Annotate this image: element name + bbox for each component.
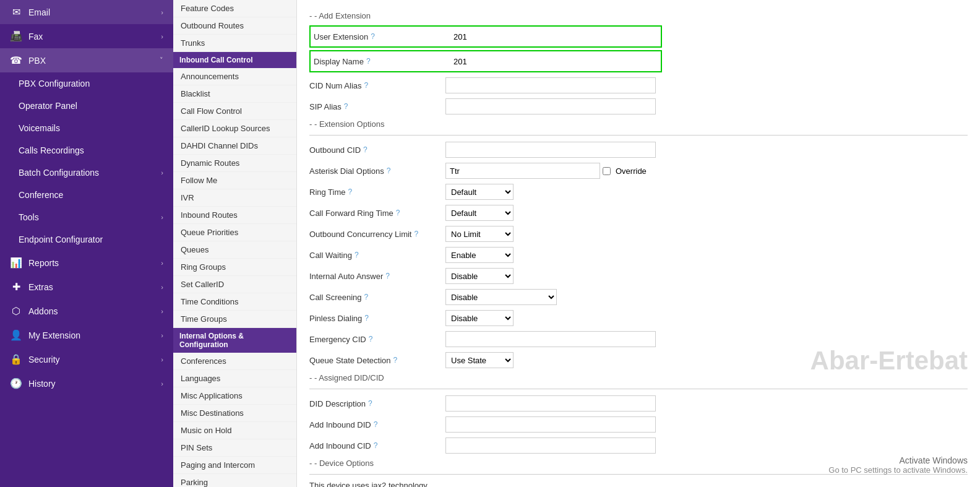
mid-nav-item-music-on-hold[interactable]: Music on Hold bbox=[173, 422, 296, 439]
call-forward-ring-time-select[interactable]: Default bbox=[445, 205, 514, 221]
emergency-cid-input[interactable] bbox=[445, 331, 656, 347]
mid-nav-item-time-groups[interactable]: Time Groups bbox=[173, 311, 296, 328]
sidebar-item-reports[interactable]: 📊 Reports › bbox=[0, 251, 173, 275]
internal-auto-answer-help-icon[interactable]: ? bbox=[385, 272, 390, 280]
call-waiting-help-icon[interactable]: ? bbox=[355, 251, 359, 259]
cid-num-alias-input[interactable] bbox=[445, 77, 656, 93]
add-inbound-cid-help-icon[interactable]: ? bbox=[374, 441, 378, 450]
emergency-cid-help-icon[interactable]: ? bbox=[369, 335, 373, 343]
assigned-did-header[interactable]: - Assigned DID/CID bbox=[309, 373, 968, 382]
sidebar-item-fax[interactable]: 📠 Fax › bbox=[0, 24, 173, 48]
sidebar-item-operator-panel[interactable]: Operator Panel bbox=[0, 95, 173, 117]
call-forward-ring-time-row: Call Forward Ring Time ? Default bbox=[309, 205, 968, 221]
mid-nav-item-set-callerid[interactable]: Set CallerID bbox=[173, 276, 296, 293]
asterisk-dial-help-icon[interactable]: ? bbox=[387, 166, 391, 175]
sidebar-item-addons[interactable]: ⬡ Addons › bbox=[0, 299, 173, 323]
outbound-cid-input[interactable] bbox=[445, 142, 656, 158]
main-content: - Add Extension User Extension ? Display… bbox=[297, 0, 980, 487]
display-name-help-icon[interactable]: ? bbox=[366, 57, 371, 66]
mid-nav-item-announcements[interactable]: Announcements bbox=[173, 68, 296, 85]
sidebar-item-my-extension[interactable]: 👤 My Extension › bbox=[0, 323, 173, 347]
sidebar-item-history[interactable]: 🕐 History › bbox=[0, 371, 173, 395]
ring-time-help-icon[interactable]: ? bbox=[348, 187, 353, 196]
asterisk-dial-options-input[interactable] bbox=[445, 163, 600, 179]
chevron-down-icon: ˅ bbox=[160, 56, 163, 64]
user-extension-help-icon[interactable]: ? bbox=[371, 32, 375, 41]
call-forward-ring-time-label: Call Forward Ring Time ? bbox=[309, 209, 445, 218]
call-screening-row: Call Screening ? Disable bbox=[309, 289, 968, 305]
mid-nav-item-outbound-routes[interactable]: Outbound Routes bbox=[173, 17, 296, 35]
add-inbound-cid-input[interactable] bbox=[445, 437, 656, 454]
mid-nav-item-pin-sets[interactable]: PIN Sets bbox=[173, 439, 296, 457]
sidebar-item-voicemails[interactable]: Voicemails bbox=[0, 117, 173, 139]
chevron-icon: › bbox=[161, 283, 163, 291]
did-description-input[interactable] bbox=[445, 395, 656, 412]
sip-alias-help-icon[interactable]: ? bbox=[344, 102, 348, 111]
sidebar-item-calls-recordings[interactable]: Calls Recordings bbox=[0, 139, 173, 162]
mid-nav-item-ivr[interactable]: IVR bbox=[173, 189, 296, 207]
add-inbound-did-row: Add Inbound DID ? bbox=[309, 416, 968, 433]
fax-icon: 📠 bbox=[10, 30, 22, 42]
call-screening-select[interactable]: Disable bbox=[445, 289, 557, 305]
call-waiting-select[interactable]: Enable bbox=[445, 247, 514, 263]
sidebar-item-security[interactable]: 🔒 Security › bbox=[0, 347, 173, 371]
add-extension-header[interactable]: - Add Extension bbox=[309, 11, 968, 20]
mid-nav-item-ring-groups[interactable]: Ring Groups bbox=[173, 259, 296, 276]
outbound-concurrency-help-icon[interactable]: ? bbox=[414, 230, 418, 238]
activate-windows-title: Activate Windows bbox=[828, 455, 968, 465]
call-forward-ring-time-help-icon[interactable]: ? bbox=[396, 209, 400, 217]
pinless-dialing-help-icon[interactable]: ? bbox=[364, 314, 369, 322]
sip-alias-label: SIP Alias ? bbox=[309, 102, 445, 111]
did-description-help-icon[interactable]: ? bbox=[368, 399, 372, 408]
call-screening-help-icon[interactable]: ? bbox=[364, 293, 369, 301]
sidebar: ✉ Email › 📠 Fax › ☎ PBX ˅ PBX Configurat… bbox=[0, 0, 173, 487]
user-extension-input[interactable] bbox=[450, 28, 623, 45]
mid-nav-item-dahdi[interactable]: DAHDI Channel DIDs bbox=[173, 137, 296, 155]
cid-num-alias-help-icon[interactable]: ? bbox=[364, 81, 369, 90]
internal-auto-answer-select[interactable]: Disable bbox=[445, 268, 514, 284]
outbound-concurrency-select[interactable]: No Limit bbox=[445, 226, 514, 242]
mid-nav-item-misc-destinations[interactable]: Misc Destinations bbox=[173, 405, 296, 422]
add-inbound-did-input[interactable] bbox=[445, 416, 656, 433]
emergency-cid-label: Emergency CID ? bbox=[309, 335, 445, 344]
mid-nav-item-callerid-lookup[interactable]: CallerID Lookup Sources bbox=[173, 120, 296, 137]
outbound-cid-label: Outbound CID ? bbox=[309, 145, 445, 155]
mid-nav-item-dynamic-routes[interactable]: Dynamic Routes bbox=[173, 155, 296, 172]
sidebar-item-pbx[interactable]: ☎ PBX ˅ bbox=[0, 48, 173, 72]
sidebar-item-batch-configurations[interactable]: Batch Configurations › bbox=[0, 162, 173, 184]
mid-nav-item-queue-priorities[interactable]: Queue Priorities bbox=[173, 224, 296, 241]
mid-nav-item-inbound-routes[interactable]: Inbound Routes bbox=[173, 207, 296, 224]
email-icon: ✉ bbox=[10, 6, 22, 18]
sidebar-item-tools[interactable]: Tools › bbox=[0, 206, 173, 228]
call-screening-label: Call Screening ? bbox=[309, 293, 445, 302]
mid-nav-item-trunks[interactable]: Trunks bbox=[173, 35, 296, 52]
mid-nav-item-time-conditions[interactable]: Time Conditions bbox=[173, 293, 296, 311]
display-name-input[interactable] bbox=[450, 53, 623, 69]
ring-time-select[interactable]: Default bbox=[445, 184, 514, 200]
mid-nav-item-follow-me[interactable]: Follow Me bbox=[173, 172, 296, 189]
outbound-cid-help-icon[interactable]: ? bbox=[363, 145, 368, 154]
extension-options-header[interactable]: - Extension Options bbox=[309, 119, 968, 129]
sidebar-item-extras[interactable]: ✚ Extras › bbox=[0, 275, 173, 299]
mid-nav-item-parking[interactable]: Parking bbox=[173, 474, 296, 487]
queue-state-detection-select[interactable]: Use State bbox=[445, 352, 514, 368]
chevron-icon: › bbox=[161, 33, 163, 40]
sidebar-item-email[interactable]: ✉ Email › bbox=[0, 0, 173, 24]
chevron-icon: › bbox=[161, 380, 163, 387]
mid-nav-item-queues[interactable]: Queues bbox=[173, 241, 296, 259]
sidebar-item-conference[interactable]: Conference bbox=[0, 184, 173, 206]
mid-nav-item-feature-codes[interactable]: Feature Codes bbox=[173, 0, 296, 17]
pinless-dialing-select[interactable]: Disable bbox=[445, 310, 514, 326]
mid-nav-item-misc-applications[interactable]: Misc Applications bbox=[173, 387, 296, 405]
queue-state-help-icon[interactable]: ? bbox=[393, 356, 398, 364]
mid-nav-item-languages[interactable]: Languages bbox=[173, 370, 296, 387]
mid-nav-item-call-flow-control[interactable]: Call Flow Control bbox=[173, 103, 296, 120]
sidebar-item-endpoint-configurator[interactable]: Endpoint Configurator bbox=[0, 228, 173, 251]
sidebar-item-pbx-config[interactable]: PBX Configuration bbox=[0, 72, 173, 95]
sip-alias-input[interactable] bbox=[445, 98, 656, 114]
mid-nav-item-paging-intercom[interactable]: Paging and Intercom bbox=[173, 457, 296, 474]
override-checkbox[interactable] bbox=[603, 167, 611, 175]
add-inbound-did-help-icon[interactable]: ? bbox=[374, 420, 378, 429]
mid-nav-item-blacklist[interactable]: Blacklist bbox=[173, 85, 296, 103]
mid-nav-item-conferences[interactable]: Conferences bbox=[173, 353, 296, 370]
